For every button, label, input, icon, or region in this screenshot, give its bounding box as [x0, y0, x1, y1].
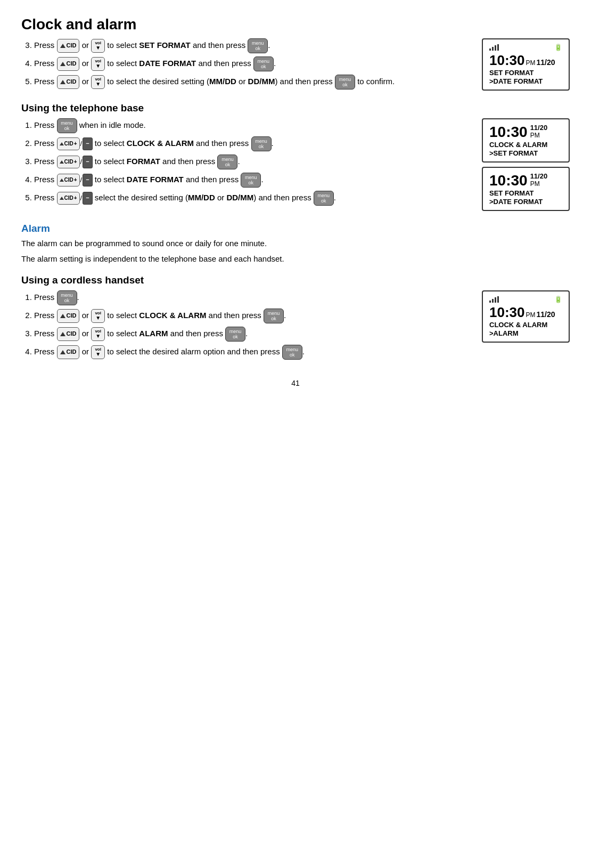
display-line1: SET FORMAT: [489, 69, 562, 77]
display-time-4: 10:30PM 11/20: [489, 304, 562, 321]
menu-ok-button-base4[interactable]: menu ok: [241, 173, 261, 188]
cid-triangle-icon: [60, 62, 65, 66]
signal-row: 🔋: [489, 44, 562, 51]
cid-triangle-icon: [60, 44, 65, 48]
signal-bars-icon-4: [489, 296, 499, 303]
cid-label: CID: [67, 41, 77, 51]
plus-label: +: [74, 176, 77, 184]
alarm-body-2: The alarm setting is independent to the …: [21, 253, 570, 265]
menu-ok-button-h1[interactable]: menu ok: [57, 290, 77, 305]
cid-button-h2[interactable]: CID: [57, 309, 80, 323]
display-time-2a: 10:30 11/20 PM: [489, 124, 562, 141]
vol-button-h3[interactable]: vol ▼: [91, 327, 105, 341]
menu-bot-label: ok: [233, 334, 238, 339]
ampm-value: PM: [526, 311, 536, 319]
cid-label: CID: [67, 59, 77, 69]
set-format-label: SET FORMAT: [139, 40, 190, 50]
base-step-1: Press menu ok when in idle mode.: [34, 118, 471, 133]
ddmm-label: DD/MM: [248, 77, 275, 86]
menu-ok-button-h4[interactable]: menu ok: [282, 345, 302, 360]
mmdd-label2: MM/DD: [188, 193, 215, 202]
cid-label: CID: [67, 77, 77, 87]
cid-triangle-icon: [60, 160, 64, 164]
sq-minus-button-base2[interactable]: −: [83, 137, 92, 150]
display-subline-2a: >SET FORMAT: [489, 149, 562, 157]
cid-plus-button-base2[interactable]: CID +: [57, 137, 80, 150]
sq-minus-button-base3[interactable]: −: [83, 156, 92, 168]
cid-label: CID: [67, 311, 77, 321]
cid-button-step5[interactable]: CID: [57, 75, 80, 89]
date-value: 11/20: [537, 58, 555, 67]
cid-button-step3[interactable]: CID: [57, 39, 80, 53]
menu-ok-button-step3[interactable]: menu ok: [248, 38, 268, 53]
cid-label: CID: [64, 194, 73, 202]
menu-bot-label: ok: [290, 352, 295, 358]
menu-ok-button-base1[interactable]: menu ok: [57, 118, 77, 133]
section-telephone-base: Press menu ok when in idle mode. Press C…: [21, 118, 570, 211]
menu-top-label: menu: [258, 59, 270, 64]
menu-ok-button-base5[interactable]: menu ok: [314, 191, 334, 206]
minus-label: −: [86, 139, 89, 149]
cid-label: CID: [67, 329, 77, 339]
vol-button-h2[interactable]: vol ▼: [91, 309, 105, 323]
battery-icon: 🔋: [554, 44, 562, 51]
menu-ok-button-base2[interactable]: menu ok: [251, 136, 272, 151]
sq-minus-button-base5[interactable]: −: [83, 192, 92, 205]
menu-top-label: menu: [221, 157, 234, 162]
sq-minus-button-base4[interactable]: −: [83, 174, 92, 186]
vol-down-arrow-icon: ▼: [95, 45, 101, 51]
vol-button-step3[interactable]: vol ▼: [91, 39, 105, 53]
menu-bot-label: ok: [259, 144, 264, 149]
steps-col: Press CID or vol ▼ to select SET FORMAT …: [21, 38, 471, 93]
vol-down-arrow-icon: ▼: [95, 334, 101, 339]
handset-step-4: Press CID or vol ▼ to select the desired…: [34, 345, 471, 360]
display-subline1: >DATE FORMAT: [489, 77, 562, 85]
cid-plus-button-base3[interactable]: CID +: [57, 156, 80, 168]
section-cordless-handset: Press menu ok . Press CID or vol ▼: [21, 290, 570, 363]
vol-button-step4[interactable]: vol ▼: [91, 57, 105, 71]
minus-label: −: [86, 157, 89, 167]
menu-bot-label: ok: [249, 180, 254, 185]
screen-display-4: 🔋 10:30PM 11/20 CLOCK & ALARM >ALARM: [482, 290, 570, 343]
format-label: FORMAT: [127, 157, 160, 166]
steps-list-2: Press menu ok when in idle mode. Press C…: [34, 118, 471, 206]
display-col-2: 10:30 11/20 PM CLOCK & ALARM >SET FORMAT…: [482, 118, 570, 211]
steps-list-4: Press menu ok . Press CID or vol ▼: [34, 290, 471, 360]
date-format-label2: DATE FORMAT: [127, 175, 184, 184]
cid-triangle-icon: [60, 142, 64, 145]
minus-label: −: [86, 175, 89, 185]
signal-row-4: 🔋: [489, 296, 562, 303]
menu-ok-button-base3[interactable]: menu ok: [217, 155, 237, 169]
time-value: 10:30: [489, 172, 528, 189]
steps-col-4: Press menu ok . Press CID or vol ▼: [21, 290, 471, 363]
menu-top-label: menu: [255, 139, 267, 144]
date-format-label: DATE FORMAT: [139, 59, 196, 68]
menu-ok-button-step5[interactable]: menu ok: [335, 75, 355, 90]
vol-button-h4[interactable]: vol ▼: [91, 345, 105, 359]
ampm-value: PM: [530, 132, 540, 139]
vol-down-arrow-icon: ▼: [95, 315, 101, 321]
slash: /: [80, 158, 83, 166]
cid-plus-button-base5[interactable]: CID +: [57, 192, 80, 205]
cid-button-h4[interactable]: CID: [57, 345, 80, 359]
battery-icon-4: 🔋: [554, 296, 562, 303]
cid-label: CID: [67, 347, 77, 357]
slash: /: [80, 176, 83, 184]
menu-ok-button-h3[interactable]: menu ok: [225, 327, 245, 342]
alarm-label: ALARM: [139, 329, 168, 338]
time-value: 10:30: [489, 52, 525, 69]
display-time-1: 10:30PM 11/20: [489, 52, 562, 69]
page-content: Clock and alarm Press CID or vol ▼ to se…: [21, 16, 570, 363]
cid-button-h3[interactable]: CID: [57, 327, 80, 341]
menu-ok-button-step4[interactable]: menu ok: [253, 56, 274, 71]
base-step-5: Press CID + / − select the desired setti…: [34, 191, 471, 206]
mmdd-label: MM/DD: [209, 77, 236, 86]
cid-plus-button-base4[interactable]: CID +: [57, 174, 80, 186]
cid-button-step4[interactable]: CID: [57, 57, 80, 71]
signal-bars-icon: [489, 44, 499, 51]
menu-ok-button-h2[interactable]: menu ok: [264, 309, 284, 323]
handset-step-3: Press CID or vol ▼ to select ALARM and t…: [34, 327, 471, 342]
cid-label: CID: [64, 176, 73, 184]
vol-button-step5[interactable]: vol ▼: [91, 75, 105, 89]
display-line-2a: CLOCK & ALARM: [489, 141, 562, 149]
